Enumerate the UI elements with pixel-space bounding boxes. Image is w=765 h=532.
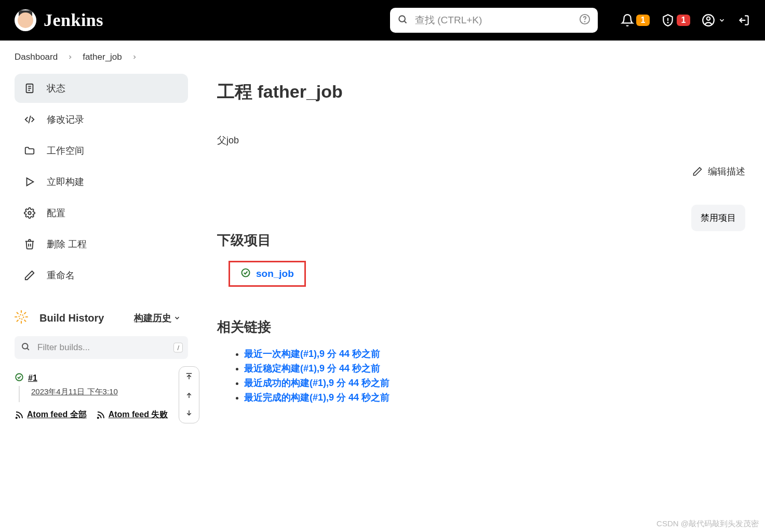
rss-icon	[96, 410, 105, 420]
page-title: 工程 father_job	[217, 80, 745, 104]
sidebar: 状态 修改记录 工作空间 立即构建 配置 删除 工程	[0, 74, 196, 431]
filter-builds-input[interactable]	[15, 336, 188, 359]
trash-icon	[24, 238, 35, 250]
sidebar-item-delete[interactable]: 删除 工程	[15, 230, 188, 259]
scroll-nav	[179, 366, 199, 423]
chevron-right-icon	[67, 54, 73, 60]
build-row[interactable]: #1	[15, 366, 188, 386]
kbd-hint: /	[173, 343, 183, 353]
list-item: 最近一次构建(#1),9 分 44 秒之前	[244, 348, 745, 360]
sidebar-item-label: 修改记录	[47, 113, 84, 126]
related-links-list: 最近一次构建(#1),9 分 44 秒之前 最近稳定构建(#1),9 分 44 …	[244, 348, 745, 404]
atom-feed-fail-link[interactable]: Atom feed 失败	[96, 409, 168, 420]
build-history-header: Build History 构建历史	[15, 299, 188, 336]
sidebar-item-label: 工作空间	[47, 144, 84, 157]
notifications-button[interactable]: 1	[621, 14, 650, 27]
related-link[interactable]: 最近一次构建(#1),9 分 44 秒之前	[244, 349, 380, 359]
svg-line-22	[24, 320, 25, 321]
code-icon	[24, 114, 35, 125]
search-wrap	[390, 8, 598, 33]
scroll-up-button[interactable]	[179, 385, 199, 404]
chevron-down-icon	[173, 314, 181, 322]
build-date[interactable]: 2023年4月11日 下午3:10	[19, 386, 188, 402]
brand-text: Jenkins	[44, 10, 103, 30]
breadcrumb-item[interactable]: father_job	[83, 52, 122, 62]
downstream-heading: 下级项目	[217, 231, 745, 249]
folder-icon	[24, 145, 35, 156]
sun-icon	[15, 310, 28, 326]
main-content: 工程 father_job 父job 编辑描述 禁用项目 下级项目 son_jo…	[196, 74, 765, 431]
jenkins-logo-icon	[15, 9, 36, 31]
list-item: 最近完成的构建(#1),9 分 44 秒之前	[244, 391, 745, 404]
svg-point-0	[399, 16, 405, 22]
svg-point-31	[97, 417, 98, 418]
sidebar-item-status[interactable]: 状态	[15, 74, 188, 103]
related-links-heading: 相关链接	[217, 318, 745, 336]
scroll-top-button[interactable]	[179, 367, 199, 385]
list-item: 最近稳定构建(#1),9 分 44 秒之前	[244, 362, 745, 375]
search-input[interactable]	[390, 8, 598, 33]
svg-line-13	[29, 116, 31, 124]
build-history-trend-link[interactable]: 构建历史	[134, 312, 181, 324]
scroll-down-button[interactable]	[179, 404, 199, 423]
svg-point-7	[707, 17, 710, 21]
pencil-icon	[692, 166, 703, 177]
breadcrumb: Dashboard father_job	[0, 41, 765, 74]
breadcrumb-item[interactable]: Dashboard	[15, 52, 58, 62]
sidebar-item-label: 配置	[47, 207, 65, 219]
edit-description-link[interactable]: 编辑描述	[692, 165, 745, 178]
svg-line-25	[17, 320, 18, 321]
svg-point-18	[19, 315, 24, 320]
related-link[interactable]: 最近成功的构建(#1),9 分 44 秒之前	[244, 378, 390, 388]
security-button[interactable]: 1	[661, 14, 690, 27]
build-number-link[interactable]: #1	[28, 374, 37, 383]
svg-point-27	[22, 343, 28, 349]
chevron-right-icon	[131, 54, 138, 60]
chevron-down-icon	[718, 17, 726, 24]
svg-line-21	[17, 313, 18, 314]
rss-icon	[15, 410, 24, 420]
sidebar-item-configure[interactable]: 配置	[15, 198, 188, 228]
atom-feed-all-link[interactable]: Atom feed 全部	[15, 409, 87, 420]
top-header: Jenkins 1 1	[0, 0, 765, 41]
related-link[interactable]: 最近完成的构建(#1),9 分 44 秒之前	[244, 392, 390, 403]
build-history-title: Build History	[39, 312, 104, 324]
search-icon	[397, 14, 408, 26]
build-list: #1 2023年4月11日 下午3:10 Atom feed 全部 Atom f…	[15, 366, 188, 420]
sidebar-item-label: 重命名	[47, 269, 75, 282]
downstream-project-box: son_job	[229, 261, 306, 287]
sidebar-item-build-now[interactable]: 立即构建	[15, 167, 188, 196]
filter-wrap: /	[15, 336, 188, 359]
success-icon	[15, 373, 24, 384]
disable-project-button[interactable]: 禁用项目	[691, 205, 745, 231]
help-icon[interactable]	[579, 14, 590, 27]
svg-line-1	[405, 21, 407, 23]
user-menu[interactable]	[702, 14, 726, 27]
sidebar-item-rename[interactable]: 重命名	[15, 261, 188, 290]
gear-icon	[24, 207, 35, 219]
sidebar-item-label: 立即构建	[47, 176, 84, 188]
svg-line-26	[24, 313, 25, 314]
logout-button[interactable]	[737, 14, 750, 27]
list-item: 最近成功的构建(#1),9 分 44 秒之前	[244, 377, 745, 389]
sidebar-item-changes[interactable]: 修改记录	[15, 105, 188, 134]
svg-point-5	[667, 22, 668, 23]
sidebar-item-label: 删除 工程	[47, 238, 87, 250]
related-link[interactable]: 最近稳定构建(#1),9 分 44 秒之前	[244, 363, 380, 374]
search-icon	[21, 342, 30, 353]
security-badge: 1	[677, 15, 690, 26]
svg-point-30	[16, 417, 17, 418]
project-description: 父job	[217, 134, 745, 147]
svg-point-15	[28, 211, 31, 215]
svg-marker-14	[27, 178, 34, 186]
success-icon	[240, 268, 251, 280]
sidebar-item-workspace[interactable]: 工作空间	[15, 136, 188, 165]
svg-line-28	[27, 348, 29, 350]
svg-point-3	[585, 21, 585, 22]
pencil-icon	[24, 270, 35, 281]
notif-badge: 1	[636, 15, 650, 26]
play-icon	[24, 176, 35, 188]
brand-area[interactable]: Jenkins	[15, 9, 103, 31]
sidebar-item-label: 状态	[47, 82, 65, 95]
downstream-project-link[interactable]: son_job	[256, 268, 294, 280]
